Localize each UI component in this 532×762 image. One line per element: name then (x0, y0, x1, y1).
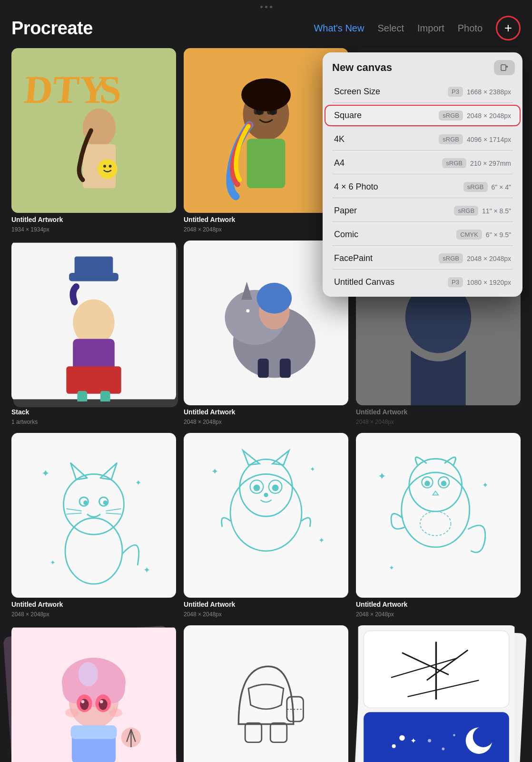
stack-thumbnail-wrapper (11, 241, 176, 405)
new-canvas-add-custom-button[interactable] (494, 60, 515, 75)
canvas-item-paper[interactable]: Paper sRGB 11" × 8.5" (325, 200, 521, 221)
gallery-item[interactable]: Untitled Artwork 2048 × 2048px (184, 625, 348, 762)
svg-rect-0 (501, 65, 506, 70)
svg-point-72 (253, 484, 260, 491)
canvas-divider-2 (332, 126, 513, 127)
canvas-item-size: 6" × 4" (492, 183, 511, 191)
svg-text:✦: ✦ (410, 736, 416, 745)
gallery-item-stack[interactable]: Stack 2 artworks (11, 625, 176, 762)
nav-photo[interactable]: Photo (458, 23, 483, 34)
canvas-item-size: 1080 × 1920px (467, 279, 511, 286)
canvas-item-badge: sRGB (442, 158, 466, 168)
nav-whats-new[interactable]: What's New (314, 23, 364, 34)
svg-point-73 (272, 484, 279, 491)
svg-rect-48 (11, 433, 176, 598)
nav-import[interactable]: Import (417, 23, 444, 34)
nav-select[interactable]: Select (377, 23, 404, 34)
canvas-item-badge: P3 (448, 277, 463, 287)
new-canvas-header: New canvas (323, 60, 522, 81)
svg-rect-44 (258, 359, 269, 378)
canvas-item-size: 2048 × 2048px (467, 255, 511, 262)
svg-point-28 (73, 299, 115, 345)
svg-point-8 (98, 159, 118, 179)
gallery-thumbnail: DTY S (11, 48, 176, 213)
gallery-thumbnail: ✦ ✦ ✦ ✦ (11, 433, 176, 598)
gallery-item-label: Untitled Artwork (184, 408, 348, 416)
canvas-item-square[interactable]: Square sRGB 2048 × 2048px (325, 105, 521, 126)
gallery-item[interactable]: ✦ ✦ ✦ ✦ Untitled Artwork 2048 × 2048px (11, 433, 176, 618)
stack-front (11, 241, 176, 401)
custom-canvas-icon (500, 63, 509, 72)
gallery-item-sublabel: 2048 × 2048px (356, 419, 521, 425)
gallery-item-sublabel: 2048 × 2048px (184, 419, 348, 425)
canvas-item-comic[interactable]: Comic CMYK 6" × 9.5" (325, 224, 521, 245)
gallery-item-label: Untitled Artwork (184, 601, 348, 608)
gallery-item[interactable]: ✦ ✦ ✦ Untitled Artwork 2048 × 2048px (184, 433, 348, 618)
svg-text:✦: ✦ (135, 478, 141, 487)
svg-point-125 (399, 735, 405, 741)
gallery-item-stack[interactable]: ✦ Stack 2 artworks (356, 625, 521, 762)
svg-point-131 (442, 748, 445, 751)
app-title: Procreate (11, 18, 93, 39)
canvas-divider-7 (332, 245, 513, 246)
svg-rect-31 (77, 391, 87, 401)
svg-text:DTY: DTY (22, 68, 109, 111)
app-header: Procreate What's New Select Import Photo… (0, 12, 532, 48)
canvas-item-badge: sRGB (439, 253, 463, 263)
canvas-item-4x6-photo[interactable]: 4 × 6 Photo sRGB 6" × 4" (325, 176, 521, 198)
canvas-divider-3 (332, 150, 513, 150)
svg-point-130 (428, 739, 431, 742)
canvas-divider-4 (332, 174, 513, 174)
canvas-item-square-wrapper: Square sRGB 2048 × 2048px (323, 105, 522, 126)
svg-rect-78 (356, 433, 521, 598)
svg-rect-65 (184, 433, 348, 598)
svg-rect-25 (75, 256, 113, 275)
new-canvas-button[interactable]: + (496, 16, 521, 40)
gallery-thumbnail: ✦ ✦ ✦ (356, 433, 521, 598)
svg-point-9 (103, 165, 106, 168)
svg-text:✦: ✦ (482, 481, 488, 489)
canvas-item-a4[interactable]: A4 sRGB 210 × 297mm (325, 152, 521, 174)
svg-text:✦: ✦ (143, 565, 150, 575)
new-canvas-title: New canvas (332, 61, 392, 74)
canvas-item-name: 4K (334, 134, 439, 144)
svg-text:✦: ✦ (310, 465, 315, 473)
svg-point-83 (424, 481, 430, 486)
canvas-item-untitled-canvas[interactable]: Untitled Canvas P3 1080 × 1920px (325, 271, 521, 293)
artwork-sketch-cat1: ✦ ✦ ✦ ✦ (11, 433, 176, 598)
top-dots-indicator (0, 0, 532, 12)
svg-point-84 (441, 481, 447, 486)
gallery-item-stack[interactable]: Stack 1 artworks (11, 241, 176, 425)
canvas-item-name: Screen Size (334, 87, 448, 97)
svg-text:✦: ✦ (318, 536, 325, 544)
stack-front-blue: ✦ (356, 625, 517, 762)
gallery-item-sublabel: 2048 × 2048px (356, 611, 521, 618)
header-nav: What's New Select Import Photo + (314, 16, 521, 40)
svg-point-126 (392, 744, 396, 748)
canvas-item-name: A4 (334, 158, 442, 168)
canvas-divider-8 (332, 269, 513, 270)
canvas-item-screen-size[interactable]: Screen Size P3 1668 × 2388px (325, 81, 521, 102)
canvas-divider-6 (332, 221, 513, 222)
canvas-item-size: 6" × 9.5" (486, 231, 511, 239)
svg-rect-112 (184, 625, 348, 762)
artwork-sketch-cat2: ✦ ✦ ✦ (184, 433, 348, 598)
svg-text:✦: ✦ (41, 468, 50, 479)
svg-text:✦: ✦ (389, 564, 394, 572)
gallery-item-sublabel: 2048 × 2048px (184, 611, 348, 618)
canvas-item-badge: P3 (448, 87, 463, 97)
canvas-item-4k[interactable]: 4K sRGB 4096 × 1714px (325, 129, 521, 150)
gallery-item[interactable]: ✦ ✦ ✦ Untitled Artwork 2048 × 2048px (356, 433, 521, 618)
svg-point-74 (264, 493, 268, 497)
artwork-sketch-char (184, 625, 348, 762)
canvas-item-facepaint[interactable]: FacePaint sRGB 2048 × 2048px (325, 248, 521, 269)
gallery-item-sublabel: 1 artworks (11, 419, 176, 425)
svg-point-129 (473, 726, 494, 747)
canvas-item-badge: sRGB (454, 206, 478, 216)
artwork-blue-hat (11, 241, 176, 401)
gallery-item[interactable]: DTY S Untitled Artwork 1934 × 1934px (11, 48, 176, 233)
canvas-item-size: 210 × 297mm (470, 160, 511, 167)
canvas-item-name: Paper (334, 206, 454, 216)
canvas-item-name: FacePaint (334, 253, 439, 263)
gallery-item-label: Untitled Artwork (11, 601, 176, 608)
